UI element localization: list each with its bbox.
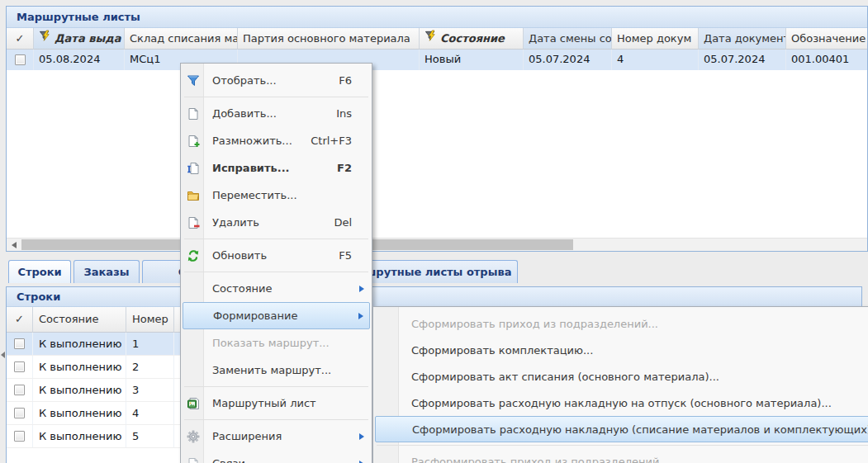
menu-item-refresh[interactable]: Обновить F5 [183, 242, 370, 269]
folder-icon [186, 189, 200, 202]
menu-item-move[interactable]: Переместить... [183, 182, 370, 209]
submenu-item-writeoff-act[interactable]: Сформировать акт списания (основного мат… [375, 363, 868, 390]
submenu-item-expense-invoice-release[interactable]: Сформировать расходную накладную на отпу… [375, 390, 868, 416]
menu-item-show-route: Показать маршрут... [183, 329, 370, 357]
horizontal-scrollbar[interactable] [7, 238, 867, 251]
column-header-warehouse[interactable]: Склад списания мат [125, 28, 238, 50]
scroll-left-icon[interactable] [12, 242, 17, 248]
menu-item-formation[interactable]: Формирование [183, 302, 370, 329]
submenu-item-income-from-divisions: Сформировать приход из подразделений... [375, 310, 868, 337]
context-menu: Отобрать... F6 Добавить... Ins Размножит… [180, 63, 372, 463]
menu-separator [377, 445, 868, 446]
page-minus-icon [186, 216, 200, 229]
page-title: Маршрутные листы [7, 7, 867, 28]
select-all-column-header[interactable]: ✓ [7, 28, 34, 50]
menu-item-duplicate[interactable]: Размножить... Ctrl+F3 [183, 127, 370, 154]
select-all-column-header[interactable]: ✓ [7, 307, 33, 333]
page-plus-icon [186, 135, 200, 148]
tab-route-tear-sheets[interactable]: шрутные листы отрыва [358, 260, 518, 283]
row-checkbox[interactable] [14, 338, 25, 349]
column-header-row-state[interactable]: Состояние [33, 307, 126, 333]
row-checkbox[interactable] [14, 408, 25, 418]
route-sheets-grid-header: ✓ Дата выда Склад списания мат Партия ос… [7, 28, 867, 50]
column-header-state[interactable]: Состояние [420, 28, 524, 50]
column-header-state-change-date[interactable]: Дата смены сос [524, 28, 612, 50]
tab-rows[interactable]: Строки [8, 260, 71, 283]
cell-designation: 001.00401 [786, 50, 867, 70]
menu-item-edit[interactable]: Исправить... F2 [183, 154, 370, 182]
menu-separator [184, 272, 368, 272]
filter-lightning-icon [39, 28, 51, 49]
filter-icon [186, 74, 200, 87]
menu-item-route-sheet[interactable]: Маршрутный лист [183, 390, 370, 417]
row-checkbox[interactable] [14, 361, 25, 372]
cell-doc-date: 05.07.2024 [699, 50, 786, 70]
cell-issue-date: 05.08.2024 [34, 50, 125, 70]
menu-separator [184, 239, 368, 239]
menu-item-add[interactable]: Добавить... Ins [183, 100, 370, 127]
cell-doc-number: 4 [612, 50, 699, 70]
rows-panel-title: Строки [7, 287, 861, 307]
cell-state: Новый [420, 50, 524, 70]
formation-submenu: Сформировать приход из подразделений... … [372, 306, 868, 463]
submenu-arrow-icon [359, 286, 364, 292]
submenu-arrow-icon [359, 433, 364, 440]
tab-orders[interactable]: Заказы [74, 260, 140, 283]
row-checkbox[interactable] [14, 385, 25, 395]
refresh-icon [186, 249, 200, 262]
menu-item-links[interactable]: Связи [183, 450, 370, 463]
column-header-doc-date[interactable]: Дата документа [699, 28, 786, 50]
row-checkbox[interactable] [14, 431, 25, 442]
menu-item-filter[interactable]: Отобрать... F6 [183, 67, 370, 94]
menu-separator [184, 419, 368, 420]
submenu-arrow-icon [359, 461, 364, 463]
column-header-batch[interactable]: Партия основного материала [238, 28, 420, 50]
gear-icon [186, 430, 200, 443]
submenu-item-unform-income: Расформировать приход из подразделений..… [375, 448, 868, 463]
submenu-item-expense-invoice-writeoff[interactable]: Сформировать расходную накладную (списан… [375, 416, 868, 442]
bottom-tabbar: Строки Заказы Сер шрутные листы отрыва [6, 258, 868, 285]
menu-separator [184, 97, 368, 97]
filter-lightning-icon [425, 28, 437, 49]
blank-page-icon [186, 107, 200, 120]
scroll-left-icon[interactable] [1, 352, 5, 358]
submenu-arrow-icon [358, 313, 363, 319]
menu-item-replace-route[interactable]: Заменить маршрут... [183, 357, 370, 384]
table-row[interactable]: 05.08.2024 МСц1 Новый 05.07.2024 4 05.07… [7, 50, 867, 70]
submenu-item-picking[interactable]: Сформировать комплектацию... [375, 337, 868, 363]
menu-separator [184, 386, 368, 387]
green-sheet-icon [186, 397, 200, 410]
page-edit-icon [186, 162, 200, 175]
column-header-doc-number[interactable]: Номер докум [612, 28, 699, 50]
column-header-row-number[interactable]: Номер [126, 307, 174, 333]
column-header-issue-date[interactable]: Дата выда [34, 28, 125, 50]
page-icon [186, 457, 200, 463]
cell-state-change-date: 05.07.2024 [524, 50, 612, 70]
row-checkbox[interactable] [15, 54, 26, 65]
menu-item-state[interactable]: Состояние [183, 275, 370, 302]
column-header-designation[interactable]: Обозначение [786, 28, 867, 50]
menu-item-delete[interactable]: Удалить Del [183, 209, 370, 236]
menu-item-extensions[interactable]: Расширения [183, 423, 370, 450]
route-sheets-panel: Маршрутные листы ✓ Дата выда Склад списа… [6, 6, 868, 252]
